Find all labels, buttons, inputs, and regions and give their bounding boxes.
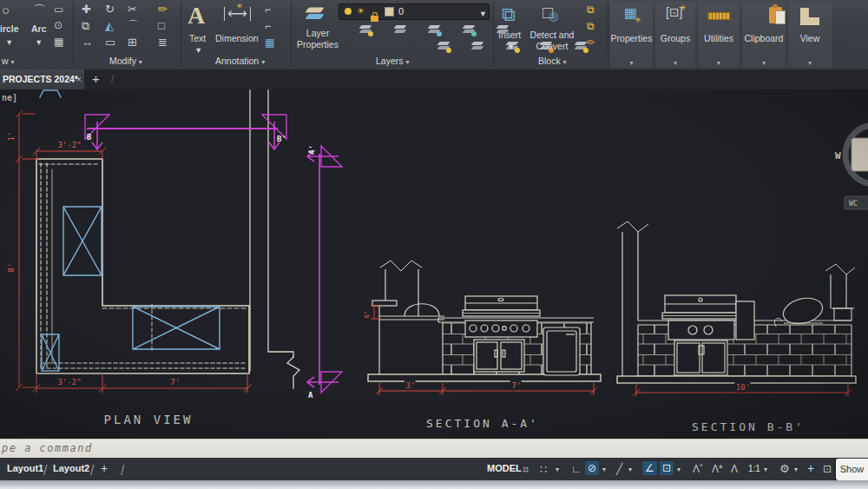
viewcube-west-label[interactable]: W [835,150,841,162]
copy-icon[interactable]: ⧉ [82,20,89,31]
groups-star-icon: ✳ [680,3,687,12]
layer-properties-button[interactable]: LayerProperties [295,28,340,50]
isodraft-toggle-icon[interactable]: ╱ [616,463,622,475]
layout-divider: / [43,463,47,479]
draw-panel-label[interactable]: w ▾ [2,56,15,66]
polar-dropdown[interactable]: ▾ [602,466,606,473]
block-sync-icon[interactable]: ✏ [587,37,595,48]
cleanscreen-icon[interactable]: ⊡ [823,463,832,475]
plan-dim-left-main: 8' [7,263,16,273]
array-icon[interactable]: ⊞ [128,36,137,48]
layer-tool-icon[interactable] [394,24,407,36]
insert-dropdown[interactable]: ▾ [509,41,513,51]
clipboard-panel-button[interactable]: Clipboard ▾ [742,2,786,68]
arc-dropdown[interactable]: ▾ [36,36,41,47]
erase-icon[interactable]: ✏ [158,3,168,15]
rectangle-icon[interactable]: ▭ [54,4,63,15]
circle-dropdown[interactable]: ▾ [7,36,11,47]
detect-magnifier-icon: ◎ [549,10,558,22]
settings-gear-icon[interactable]: ⚙ [779,462,790,475]
annotation-autoscale-icon[interactable]: Λ* [712,463,723,475]
modify-panel-label[interactable]: Modify ▾ [109,56,142,66]
osnap-toggle-icon[interactable]: ⊡ [660,461,674,475]
drawing-tab[interactable]: PROJECTS 2024* × [0,69,84,89]
groups-panel-button[interactable]: [⊡] ✳ Groups ▾ [655,2,695,68]
detect-convert-button[interactable]: Detect andConvert [526,30,578,52]
layers-panel-label[interactable]: Layers ▾ [376,56,409,66]
layout2-tab[interactable]: Layout2 [53,463,89,473]
offset-icon[interactable]: ≣ [158,36,168,48]
wcs-dropdown[interactable]: WC [849,199,858,208]
screen-edge-strip [0,480,868,489]
panel-separator [73,2,74,68]
model-space-button[interactable]: MODEL [487,463,522,473]
utilities-panel-button[interactable]: Utilities ▾ [698,2,740,68]
new-tab-icon[interactable]: + [92,71,100,86]
panel-separator [291,2,292,68]
annotation-visibility-icon[interactable]: Λ˚ [693,463,703,475]
annotation-panel-label[interactable]: Annotation ▾ [215,56,265,66]
scale-dropdown[interactable]: ▾ [764,466,767,473]
plan-view-drawing: 3'-2" 1' 8' 3'-2" 7' PLAN VIEW [7,90,299,426]
mirror-icon[interactable]: ◭ [105,20,114,31]
trim-icon[interactable]: ✂ [128,3,137,15]
layer-tool-icon[interactable] [463,24,476,36]
section-aa-title: SECTION A-A' [426,417,539,430]
snap-toggle-icon[interactable]: ∷ [540,463,547,476]
clipboard-icon [769,7,782,23]
insert-button[interactable]: Insert [498,30,521,40]
text-icon[interactable]: A [187,2,205,30]
ellipse-icon[interactable]: ⊙ [54,20,62,30]
fillet-icon[interactable]: ⌒ [128,20,139,31]
block-edit-icon[interactable]: ⧉ [587,4,595,15]
layer-dropdown[interactable]: ☀ 0 ▾ [339,3,490,20]
layer-tool-icon[interactable] [437,41,450,52]
layer-tool-icon[interactable] [428,24,441,36]
leader-icon[interactable]: ⌐ [265,4,271,15]
command-line[interactable]: pe a command [0,439,868,458]
ortho-toggle-icon[interactable]: ∟ [571,463,582,475]
polar-tracking-icon[interactable]: ⊘ [585,461,599,475]
layer-tool-icon[interactable] [359,24,372,36]
viewcube[interactable]: W WC [835,125,868,209]
panel-separator [493,2,494,68]
layer-tool-icon[interactable] [471,41,484,52]
stretch-icon[interactable]: ↔ [82,36,93,48]
snap-dropdown[interactable]: ▾ [556,466,559,473]
section-line-aa [307,146,342,393]
layer-lock-icon [371,16,378,22]
annotation-scale-value[interactable]: 1:1 [748,464,760,473]
otrack-toggle-icon[interactable]: ∠ [642,461,657,475]
text-button[interactable]: Text [189,33,206,43]
layout1-tab[interactable]: Layout1 [7,463,43,473]
block-attrib-icon[interactable]: ⧉ [587,21,595,31]
drawing-canvas[interactable]: ne] [0,89,868,439]
section-marker-b: B [87,133,92,142]
arc-button[interactable]: Arc [31,23,47,34]
settings-dropdown[interactable]: ▾ [794,466,798,473]
multileader-icon[interactable]: ⌐ [265,21,271,31]
table-icon[interactable]: ▦ [265,37,274,48]
move-icon[interactable]: ✚ [82,3,91,15]
text-dropdown[interactable]: ▾ [196,44,201,55]
arc-icon[interactable]: ⌒ [33,3,46,17]
explode-icon[interactable]: □ [158,20,165,31]
osnap-dropdown[interactable]: ▾ [677,466,681,473]
layer-dropdown-arrow[interactable]: ▾ [481,8,485,18]
grid-toggle-icon[interactable]: ⌗ [523,463,529,477]
isodraft-dropdown[interactable]: ▾ [628,466,632,473]
close-tab-icon[interactable]: × [76,69,82,89]
new-layout-icon[interactable]: + [101,461,108,475]
viewport-control-fragment[interactable]: ne] [2,93,17,102]
dimension-button[interactable]: Dimension [215,33,259,43]
scale-icon[interactable]: ▭ [105,36,115,48]
circle-button[interactable]: ircle [0,23,19,34]
circle-icon[interactable]: ○ [2,3,10,17]
customization-icon[interactable]: + [807,461,814,475]
rotate-icon[interactable]: ↻ [105,3,115,15]
view-panel-button[interactable]: View ▾ [788,2,832,68]
hatch-icon[interactable]: ▦ [54,36,63,47]
properties-panel-button[interactable]: ▦ ✳ Properties ▾ [610,2,653,68]
annotation-scale-icon[interactable]: Λ [731,463,738,475]
block-panel-label[interactable]: Block ▾ [538,56,567,66]
